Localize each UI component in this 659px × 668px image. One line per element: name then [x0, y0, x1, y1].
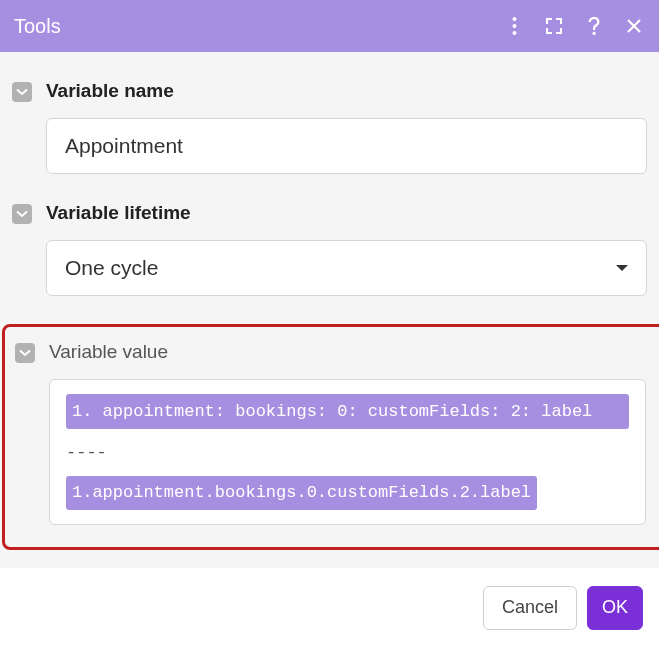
collapse-toggle[interactable]: [12, 204, 32, 224]
code-token-spaced: 1. appointment: bookings: 0: customField…: [66, 394, 629, 429]
code-token-dotted: 1.appointment.bookings.0.customFields.2.…: [66, 476, 537, 509]
variable-lifetime-label: Variable lifetime: [46, 202, 647, 224]
dialog-content: Variable name Variable lifetime One cycl…: [0, 52, 659, 568]
dialog-header: Tools: [0, 0, 659, 52]
variable-lifetime-row: Variable lifetime One cycle: [12, 202, 647, 296]
more-icon[interactable]: [503, 15, 525, 37]
collapse-toggle[interactable]: [15, 343, 35, 363]
help-icon[interactable]: [583, 15, 605, 37]
variable-value-highlight: Variable value 1. appointment: bookings:…: [2, 324, 659, 550]
expand-icon[interactable]: [543, 15, 565, 37]
variable-value-row: Variable value 1. appointment: bookings:…: [15, 341, 646, 525]
ok-button[interactable]: OK: [587, 586, 643, 630]
variable-value-label: Variable value: [49, 341, 646, 363]
svg-point-1: [512, 24, 516, 28]
svg-point-2: [512, 31, 516, 35]
collapse-toggle[interactable]: [12, 82, 32, 102]
dialog-footer: Cancel OK: [0, 568, 659, 648]
code-divider: ----: [66, 439, 629, 466]
variable-name-label: Variable name: [46, 80, 647, 102]
variable-value-editor[interactable]: 1. appointment: bookings: 0: customField…: [49, 379, 646, 525]
variable-name-row: Variable name: [12, 80, 647, 174]
svg-point-0: [512, 17, 516, 21]
dialog-title: Tools: [14, 15, 503, 38]
cancel-button[interactable]: Cancel: [483, 586, 577, 630]
variable-name-input[interactable]: [46, 118, 647, 174]
variable-lifetime-value: One cycle: [65, 256, 158, 280]
variable-lifetime-select[interactable]: One cycle: [46, 240, 647, 296]
header-actions: [503, 15, 645, 37]
close-icon[interactable]: [623, 15, 645, 37]
